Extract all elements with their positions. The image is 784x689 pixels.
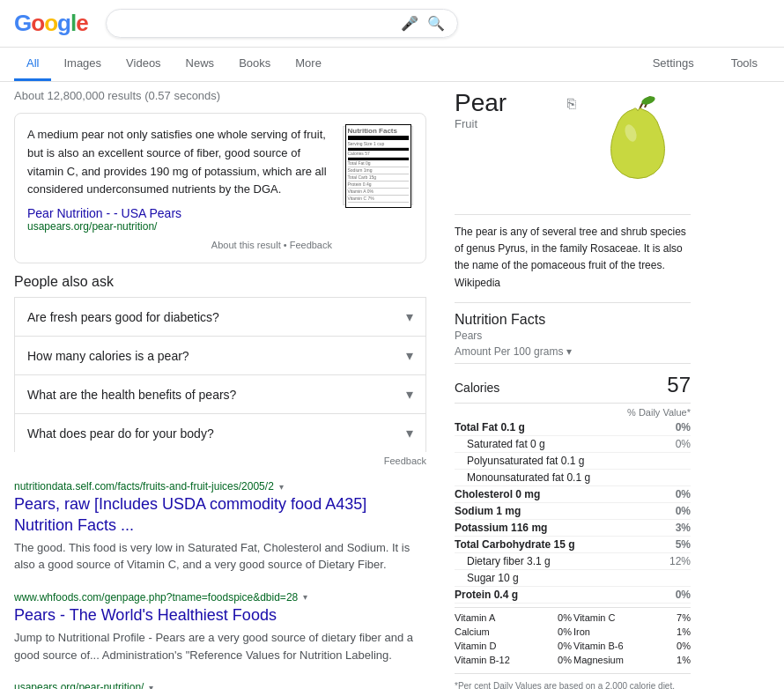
calories-value: 57: [667, 373, 691, 397]
knowledge-panel: Pear Fruit ⎘: [455, 89, 691, 689]
nutrition-footnote: *Per cent Daily Values are based on a 2,…: [455, 673, 691, 689]
tab-tools[interactable]: Tools: [719, 48, 770, 81]
tab-videos[interactable]: Videos: [114, 48, 174, 81]
header: Google pear nutrition 🎤 🔍: [0, 0, 784, 48]
calories-label: Calories: [455, 381, 499, 395]
tab-more[interactable]: More: [283, 48, 334, 81]
paa-title: People also ask: [14, 274, 426, 290]
vit-row-c: Vitamin C 7%: [573, 611, 691, 624]
nutrition-title: Nutrition Facts: [455, 312, 691, 328]
result-url-2: www.whfoods.com/genpage.php?tname=foodsp…: [14, 591, 298, 604]
vit-row-d: Vitamin D 0%: [455, 640, 572, 652]
nutrition-panel: Nutrition Facts Pears Amount Per 100 gra…: [455, 302, 691, 689]
paa-chevron-1: ▾: [406, 347, 413, 364]
vit-row-a: Vitamin A 0%: [455, 611, 572, 624]
result-title-2[interactable]: Pears - The World's Healthiest Foods: [14, 605, 426, 626]
nutrition-amount[interactable]: Amount Per 100 grams ▾: [455, 345, 691, 364]
daily-value-header: % Daily Value*: [455, 407, 691, 418]
vit-row-calcium: Calcium 0%: [455, 626, 572, 638]
result-arrow-2[interactable]: ▾: [303, 592, 307, 602]
vit-row-b12: Vitamin B-12 0%: [455, 654, 572, 666]
vit-row-magnesium: Magnesium 1%: [573, 654, 691, 666]
tab-books[interactable]: Books: [226, 48, 283, 81]
vit-row-b6: Vitamin B-6 0%: [573, 640, 691, 652]
paa-feedback: Feedback: [14, 456, 426, 466]
vitamin-grid: Vitamin A 0% Vitamin C 7% Calcium 0% Iro…: [455, 607, 691, 666]
result-item-2: www.whfoods.com/genpage.php?tname=foodsp…: [14, 591, 426, 663]
people-also-ask: People also ask Are fresh pears good for…: [14, 274, 426, 466]
pear-header: Pear Fruit ⎘: [455, 89, 691, 204]
pear-image: [585, 89, 691, 204]
paa-item[interactable]: What are the health benefits of pears? ▾: [14, 374, 426, 413]
snippet-text: A medium pear not only satisfies one who…: [27, 126, 332, 199]
pear-title: Pear: [455, 89, 558, 117]
vit-row-iron: Iron 1%: [573, 626, 691, 638]
nutr-row-fat: Total Fat 0.1 g 0%: [455, 419, 691, 436]
nutr-row-cholesterol: Cholesterol 0 mg 0%: [455, 486, 691, 503]
result-item-1: nutritiondata.self.com/facts/fruits-and-…: [14, 480, 426, 574]
nutr-row-polyfat: Polyunsaturated fat 0.1 g: [455, 453, 691, 470]
featured-snippet: A medium pear not only satisfies one who…: [14, 113, 426, 263]
tab-all[interactable]: All: [14, 48, 51, 81]
tab-settings[interactable]: Settings: [640, 48, 706, 81]
google-logo: Google: [14, 10, 88, 37]
nutr-row-protein: Protein 0.4 g 0%: [455, 587, 691, 604]
nutrition-subtitle: Pears: [455, 330, 691, 342]
snippet-link[interactable]: Pear Nutrition - - USA Pears: [27, 206, 332, 220]
paa-chevron-0: ▾: [406, 308, 413, 325]
snippet-url: usapears.org/pear-nutrition/: [27, 220, 332, 233]
right-column: Pear Fruit ⎘: [440, 89, 705, 689]
result-url-3: usapears.org/pear-nutrition/: [14, 681, 144, 689]
pear-description: The pear is any of several tree and shru…: [455, 214, 691, 292]
nutr-row-fiber: Dietary fiber 3.1 g 12%: [455, 553, 691, 570]
nutr-row-monofat: Monounsaturated fat 0.1 g: [455, 470, 691, 486]
paa-chevron-2: ▾: [406, 386, 413, 403]
result-desc-1: The good. This food is very low in Satur…: [14, 539, 426, 574]
results-count: About 12,800,000 results (0.57 seconds): [14, 89, 426, 102]
nutr-row-carb: Total Carbohydrate 15 g 5%: [455, 537, 691, 553]
share-icon[interactable]: ⎘: [567, 96, 576, 112]
calories-row: Calories 57: [455, 367, 691, 404]
snippet-image: Nutrition Facts Serving Size 1 cup Calor…: [343, 126, 413, 205]
main-layout: About 12,800,000 results (0.57 seconds) …: [0, 82, 784, 689]
paa-item[interactable]: What does pear do for your body? ▾: [14, 413, 426, 452]
result-desc-2: Jump to Nutritional Profile - Pears are …: [14, 629, 426, 663]
tab-news[interactable]: News: [174, 48, 227, 81]
result-url-1: nutritiondata.self.com/facts/fruits-and-…: [14, 480, 274, 493]
left-column: About 12,800,000 results (0.57 seconds) …: [0, 89, 440, 689]
search-icon[interactable]: 🔍: [427, 15, 445, 32]
paa-chevron-3: ▾: [406, 425, 413, 441]
snippet-footer: About this result • Feedback: [27, 240, 332, 250]
nutr-row-satfat: Saturated fat 0 g 0%: [455, 436, 691, 453]
mic-icon[interactable]: 🎤: [401, 15, 418, 32]
paa-item[interactable]: Are fresh pears good for diabetics? ▾: [14, 297, 426, 336]
tab-images[interactable]: Images: [51, 48, 114, 81]
result-arrow-1[interactable]: ▾: [279, 482, 284, 492]
nutr-row-sugar: Sugar 10 g: [455, 570, 691, 587]
result-item-3: usapears.org/pear-nutrition/ ▾ Pear Nutr…: [14, 681, 426, 689]
search-bar[interactable]: pear nutrition 🎤 🔍: [106, 9, 458, 38]
nav-tabs: All Images Videos News Books More Settin…: [0, 48, 784, 82]
result-arrow-3[interactable]: ▾: [149, 683, 153, 689]
nutr-row-sodium: Sodium 1 mg 0%: [455, 503, 691, 520]
paa-item[interactable]: How many calories is a pear? ▾: [14, 336, 426, 374]
search-input[interactable]: pear nutrition: [119, 17, 394, 31]
result-title-1[interactable]: Pears, raw [Includes USDA commodity food…: [14, 494, 426, 536]
pear-subtitle: Fruit: [455, 117, 558, 130]
nutr-row-potassium: Potassium 116 mg 3%: [455, 520, 691, 537]
